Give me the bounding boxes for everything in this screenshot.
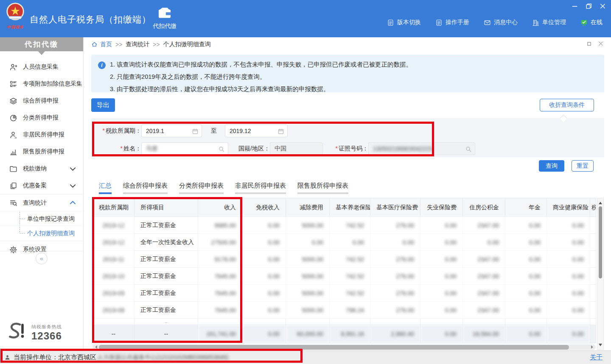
table-row-clipped[interactable]: .. (93, 319, 596, 325)
table-row-2[interactable]: 2019-11正常工资薪金9178.000.005000.00742.52279… (93, 251, 596, 268)
building-icon (532, 19, 539, 26)
sidebar-item-3[interactable]: 分类所得申报 (0, 109, 83, 126)
restore-icon[interactable] (586, 3, 592, 9)
cell-value: 0.00 (242, 302, 286, 319)
panel-close-icon[interactable] (598, 41, 603, 46)
cell-value: 0.00 (420, 217, 463, 234)
scroll-right-arrow[interactable] (591, 345, 595, 349)
toolbar: 导出 收折查询条件 (91, 98, 604, 112)
cell-value: 798.24 (330, 302, 370, 319)
nationality-input[interactable]: 中国 (270, 142, 323, 155)
calendar-icon[interactable] (277, 128, 284, 135)
cell-value: 2347.00 (463, 268, 505, 285)
menu-manual[interactable]: 操作手册 (435, 19, 469, 26)
search-list-icon (9, 199, 17, 207)
sidebar-subitem-0[interactable]: 单位申报记录查询 (0, 211, 83, 225)
cell-value: 0.00 (547, 285, 590, 302)
sidebar-item-8[interactable]: 查询统计 (0, 194, 83, 211)
id-number-input[interactable]: 130502199903042223 (368, 142, 475, 155)
action-row: 查询 重置 (91, 160, 604, 172)
period-to-input[interactable]: 2019.12 (225, 125, 288, 137)
col-header-2: 收入 (198, 198, 242, 217)
table-row-5[interactable]: 2019-08正常工资薪金7645.000.005000.00798.24279… (93, 302, 596, 319)
sidebar-item-label: 查询统计 (23, 199, 47, 207)
horizontal-scrollbar[interactable] (92, 345, 596, 350)
cell-value (463, 319, 505, 325)
panel-maximize-icon[interactable] (587, 42, 591, 46)
horizontal-scroll-thumb[interactable] (99, 345, 569, 350)
cell-value: 279.00 (370, 217, 420, 234)
menu-online-status[interactable]: 在线 (580, 19, 603, 26)
id-value: 130502199903042223 (373, 145, 432, 152)
table-row-4[interactable]: 2019-09正常工资薪金7645.000.005000.00742.52279… (93, 285, 596, 302)
close-icon[interactable] (600, 3, 606, 9)
sidebar-nav: 人员信息采集专项附加扣除信息采集综合所得申报分类所得申报非居民所得申报限售股所得… (0, 58, 83, 258)
search-icon[interactable] (218, 146, 225, 153)
cell-total-value: 18,564.00 (463, 325, 505, 343)
tab-summary[interactable]: 汇总 (99, 182, 112, 194)
sidebar-item-4[interactable]: 非居民所得申报 (0, 126, 83, 143)
cell-value (330, 319, 370, 325)
vertical-scrollbar[interactable] (597, 198, 604, 350)
tab-nonresident-income[interactable]: 非居民所得申报表 (235, 182, 286, 194)
tab-classified-income[interactable]: 分类所得申报表 (179, 182, 224, 194)
hotline-logo-icon (6, 321, 28, 344)
cell-value (370, 319, 420, 325)
sidebar-item-6[interactable]: 税款缴纳 (0, 160, 83, 177)
panel-notch (560, 115, 567, 122)
cell-period (93, 319, 135, 325)
scroll-up-arrow[interactable] (599, 200, 602, 204)
module-tab-withholding[interactable]: 代扣代缴 (147, 6, 182, 30)
query-button[interactable]: 查询 (539, 160, 564, 172)
chevron-down-icon (69, 182, 77, 190)
table-total-row[interactable]: ----161,741.000.0060,000.008,991.162,960… (93, 325, 596, 343)
sidebar-item-7[interactable]: 优惠备案 (0, 177, 83, 194)
about-link[interactable]: 关于 (590, 353, 603, 361)
col-header-6: 基本医疗保险费 (370, 198, 420, 217)
notice-line: 3. 由于数据处理的滞后性，建议您在申报成功3天之后再来查询最新的申报数据。 (110, 83, 597, 95)
sidebar-item-0[interactable]: 人员信息采集 (0, 58, 83, 75)
cell-value: 9178.00 (198, 251, 242, 268)
tab-comprehensive-income[interactable]: 综合所得申报表 (123, 182, 168, 194)
vertical-scroll-thumb[interactable] (599, 206, 602, 278)
period-from-input[interactable]: 2019.1 (141, 125, 202, 137)
wallet-icon (157, 6, 172, 19)
nationality-label: 国籍/地区： (237, 145, 270, 153)
cell-item: 全年一次性奖金收入 (135, 234, 198, 251)
cell-value: 5000.00 (286, 302, 330, 319)
scroll-down-arrow[interactable] (599, 344, 602, 348)
menu-unit-management[interactable]: 单位管理 (532, 19, 566, 26)
sidebar-collapse-button[interactable]: « (36, 253, 48, 264)
table-row-3[interactable]: 2019-10正常工资薪金7645.000.005000.00742.52279… (93, 268, 596, 285)
filter-panel: *税款所属期： 2019.1 至 2019.12 *姓名： 马蕾 国籍/地区： (91, 118, 604, 157)
sidebar-item-1[interactable]: 专项附加扣除信息采集 (0, 75, 83, 92)
export-button[interactable]: 导出 (91, 98, 115, 112)
col-header-10: 商业健康保险 (547, 198, 590, 217)
cell-value: 0.00 (505, 268, 547, 285)
to-label: 至 (210, 127, 217, 135)
sidebar-item-5[interactable]: 限售股所得申报 (0, 143, 83, 160)
menu-version-switch[interactable]: 版本切换 (387, 19, 421, 26)
name-input[interactable]: 马蕾 (141, 142, 228, 155)
cell-value (590, 285, 596, 302)
sidebar-subitem-1[interactable]: 个人扣缴明细查询 (0, 225, 83, 240)
breadcrumb: 首页 >> 查询统计 >> 个人扣缴明细查询 (91, 37, 604, 51)
menu-message-center[interactable]: 消息中心 (484, 19, 518, 26)
sidebar-item-2[interactable]: 综合所得申报 (0, 92, 83, 109)
tab-restricted-shares[interactable]: 限售股所得申报表 (297, 182, 348, 194)
table-row-1[interactable]: 2019-12全年一次性奖金收入27500.000.000.000.000.00… (93, 234, 596, 251)
person-add-icon (9, 63, 17, 71)
sidebar-divider (0, 251, 83, 251)
current-unit-visible: 北京市西城区 (58, 353, 96, 361)
reset-button[interactable]: 重置 (572, 160, 594, 172)
breadcrumb-home[interactable]: 首页 (100, 41, 112, 48)
cell-period: 2019-11 (93, 251, 135, 268)
calendar-icon[interactable] (192, 128, 199, 135)
minimize-icon[interactable] (572, 3, 578, 9)
search-icon[interactable] (465, 146, 472, 153)
cell-total-value (590, 325, 596, 343)
table-row-0[interactable]: 2019-12正常工资薪金9985.000.005000.00742.52279… (93, 217, 596, 234)
cell-value (590, 234, 596, 251)
scroll-left-arrow[interactable] (93, 345, 97, 349)
collapse-query-button[interactable]: 收折查询条件 (540, 99, 594, 111)
